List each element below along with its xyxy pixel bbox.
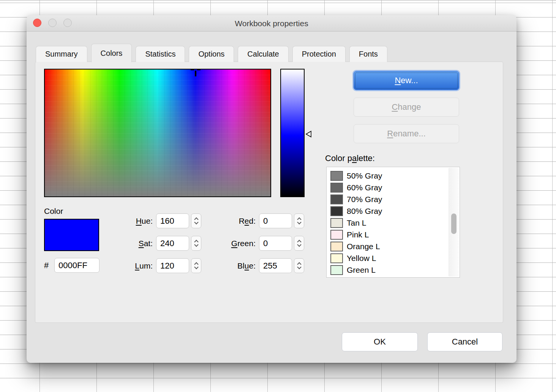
palette-item-label: Pink L (347, 230, 369, 239)
color-palette-label: Color palette: (325, 153, 375, 163)
tab[interactable]: Summary (36, 46, 87, 62)
window-title: Workbook properties (27, 15, 517, 32)
hex-prefix-label: # (44, 261, 54, 270)
hsl-field-label: Hue: (136, 217, 153, 226)
colors-tab-panel: Color # Hue: Sat: (35, 62, 503, 323)
workbook-properties-dialog: Workbook properties Summary Colors Stati… (27, 15, 517, 363)
color-field-cursor-left-nub (191, 69, 194, 70)
palette-item[interactable]: Yellow L (330, 252, 460, 264)
color-field-cursor[interactable] (195, 71, 196, 76)
tab[interactable]: Calculate (238, 46, 288, 62)
new-button[interactable]: New... (354, 71, 459, 90)
palette-item-label: Orange L (347, 242, 380, 251)
current-color-label: Color (44, 207, 63, 216)
rgb-field-row: Red: (214, 213, 304, 228)
rgb-stepper[interactable] (294, 213, 304, 228)
rgb-value-input[interactable] (259, 236, 292, 251)
rgb-field-label: Red: (239, 217, 256, 226)
tab[interactable]: Statistics (136, 46, 185, 62)
tab-label: Statistics (145, 50, 175, 58)
palette-item[interactable]: 80% Gray (330, 205, 460, 217)
stepper-down-icon[interactable] (194, 243, 198, 247)
rgb-stepper[interactable] (294, 236, 304, 251)
color-palette-list[interactable]: 50% Gray 60% Gray 70% Gray 80% Gray Tan … (326, 167, 460, 278)
hsl-field-label: Sat: (139, 239, 153, 248)
rgb-field-row: Blue: (214, 258, 304, 273)
hsl-field-row: Hue: (88, 213, 201, 228)
palette-item-label: 70% Gray (347, 195, 382, 204)
palette-swatch (330, 253, 343, 263)
rgb-value-input[interactable] (259, 258, 292, 273)
rgb-field-label: Blue: (237, 261, 256, 270)
cancel-button[interactable]: Cancel (427, 332, 502, 351)
palette-swatch (330, 171, 343, 181)
palette-item[interactable]: 70% Gray (330, 193, 460, 205)
luminance-slider-marker[interactable] (305, 131, 312, 138)
palette-item[interactable]: Pink L (330, 229, 460, 240)
palette-item[interactable]: 60% Gray (330, 182, 460, 193)
luminance-slider[interactable] (280, 69, 305, 197)
palette-swatch (330, 230, 343, 240)
stepper-down-icon[interactable] (297, 220, 301, 224)
hsl-value-input[interactable] (156, 258, 189, 273)
rgb-stepper[interactable] (294, 258, 304, 273)
hsl-stepper[interactable] (191, 213, 201, 228)
hsl-stepper[interactable] (191, 236, 201, 251)
tab[interactable]: Options (189, 46, 234, 62)
tab-bar: Summary Colors Statistics Options Calcul… (36, 43, 387, 62)
tab-label: Colors (101, 49, 123, 58)
palette-item[interactable]: Orange L (330, 240, 460, 252)
rgb-field-label: Green: (231, 239, 256, 248)
palette-item[interactable]: Green L (330, 264, 460, 276)
tab-label: Options (198, 50, 224, 58)
rgb-value-input[interactable] (259, 213, 292, 228)
palette-item-label: Green L (347, 266, 376, 275)
palette-item[interactable]: 50% Gray (330, 170, 460, 182)
hsl-field-row: Sat: (88, 236, 201, 251)
palette-swatch (330, 242, 343, 251)
palette-item-label: Tan L (347, 218, 366, 228)
tab[interactable]: Protection (292, 46, 346, 62)
hue-saturation-field-grid (45, 70, 270, 196)
palette-item-label: 50% Gray (347, 171, 382, 180)
stepper-down-icon[interactable] (194, 265, 198, 269)
titlebar: Workbook properties (27, 15, 517, 32)
tab-label: Summary (45, 50, 78, 58)
palette-swatch (330, 183, 343, 193)
palette-item-label: 60% Gray (347, 183, 382, 192)
stepper-down-icon[interactable] (194, 220, 198, 224)
change-button[interactable]: Change (354, 98, 459, 117)
color-field-cursor-right-nub (197, 69, 201, 70)
rgb-fields: Red: Green: Blue: (214, 213, 304, 273)
palette-swatch (330, 206, 343, 216)
hsl-stepper[interactable] (191, 258, 201, 273)
rgb-field-row: Green: (214, 236, 304, 251)
palette-scrollbar[interactable] (449, 168, 459, 277)
palette-item-label: Yellow L (347, 254, 376, 263)
stepper-down-icon[interactable] (297, 243, 301, 247)
tab-label: Fonts (359, 50, 378, 58)
ok-button[interactable]: OK (342, 332, 418, 351)
rename-button[interactable]: Rename... (354, 124, 459, 143)
palette-item-label: 80% Gray (347, 207, 382, 216)
hsl-field-label: Lum: (135, 261, 153, 270)
palette-item[interactable]: Tan L (330, 217, 460, 229)
hsl-value-input[interactable] (156, 213, 189, 228)
hsl-value-input[interactable] (156, 236, 189, 251)
palette-swatch (330, 265, 343, 275)
tab[interactable]: Colors (91, 44, 132, 62)
hsl-fields: Hue: Sat: Lum: (88, 213, 201, 273)
hue-saturation-field[interactable] (44, 69, 271, 197)
tab-label: Protection (302, 50, 336, 58)
palette-swatch (330, 194, 343, 204)
palette-scrollbar-thumb[interactable] (451, 213, 456, 234)
tab-label: Calculate (247, 50, 279, 58)
palette-swatch (330, 218, 343, 228)
stepper-down-icon[interactable] (297, 265, 301, 269)
hsl-field-row: Lum: (88, 258, 201, 273)
tab[interactable]: Fonts (349, 46, 387, 62)
